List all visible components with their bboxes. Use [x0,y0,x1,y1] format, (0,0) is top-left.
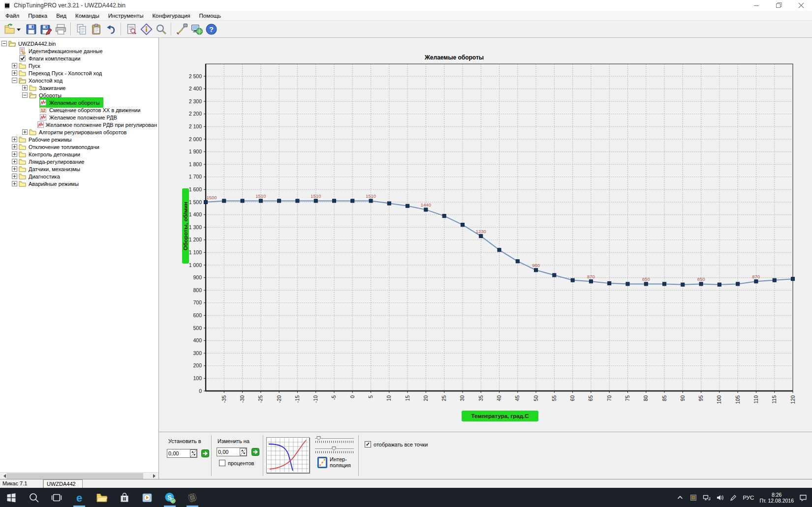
svg-text:30: 30 [459,395,465,401]
chiptuning-app-button[interactable] [181,488,204,507]
store-button[interactable] [113,488,136,507]
undo-button[interactable] [103,22,118,36]
file-tab[interactable]: UWZDA442 [43,479,83,488]
clock[interactable]: 8:26Пт. 12.08.2016 [759,492,794,504]
tree-item-13[interactable]: Рабочие режимы [0,136,158,143]
tree-item-0[interactable]: UWZDA442.bin [0,40,158,47]
language-indicator[interactable]: РУС [743,495,754,501]
search-button[interactable] [154,22,168,36]
explorer-button[interactable] [91,488,113,507]
tree-item-17[interactable]: Датчики, механизмы [0,165,158,173]
set-to-apply-button[interactable] [201,449,209,457]
curve-editor-button[interactable] [266,437,310,473]
toolbar-separator [171,23,172,35]
show-all-points-checkbox[interactable] [365,441,371,447]
change-by-spinner[interactable] [240,448,247,456]
tree-expander-plus-icon[interactable] [22,129,29,135]
network-button[interactable] [189,22,204,36]
action-center-icon[interactable] [799,494,807,502]
data-point-marker [222,199,226,203]
tree-expander-plus-icon[interactable] [12,137,19,142]
paste-button[interactable] [89,22,103,36]
tree-expander-plus-icon[interactable] [12,181,19,186]
help-button[interactable]: ? [204,22,219,36]
scrollbar-thumb[interactable] [6,473,143,479]
folder-open-icon [29,91,37,99]
tree-horizontal-scrollbar[interactable] [0,472,158,479]
copy-button[interactable] [74,22,89,36]
tray-chip-icon[interactable] [689,494,697,502]
open-file-button[interactable] [2,22,17,36]
tree-item-14[interactable]: Отключение топливоподачи [0,143,158,150]
preview-button[interactable] [124,22,139,36]
tree-expander-plus-icon[interactable] [12,70,19,76]
tree-item-10[interactable]: Желаемое положение РДВ [0,114,158,121]
explorer-icon [96,492,108,504]
tree-item-9[interactable]: 12Смещение оборотов ХХ в движении [0,106,158,114]
volume-icon[interactable] [716,494,724,502]
tree-expander-minus-icon[interactable] [1,41,8,46]
tree-expander-minus-icon[interactable] [22,92,29,98]
percent-checkbox[interactable] [219,460,225,466]
tree-item-11[interactable]: Желаемое положение РДВ при регулирован [0,121,158,128]
scroll-left-arrow[interactable] [0,473,7,479]
tree-item-1[interactable]: Идентификационные данные [0,47,158,55]
tree-item-18[interactable]: Диагностика [0,173,158,180]
tree-item-16[interactable]: Лямда-регулирование [0,158,158,165]
taskbar-search-button[interactable] [23,488,45,507]
tools-button[interactable] [174,22,189,36]
save-button[interactable] [24,22,38,36]
tree-item-3[interactable]: Пуск [0,62,158,69]
change-by-input[interactable] [217,448,240,456]
tree-item-2[interactable]: Флаги комплектации [0,55,158,62]
tree-expander-plus-icon[interactable] [12,151,19,157]
start-button[interactable] [0,488,23,507]
network-status-icon[interactable] [703,494,711,502]
pen-input-icon[interactable] [729,494,737,502]
tree-expander-plus-icon[interactable] [12,159,19,164]
tree-expander-plus-icon[interactable] [12,174,19,179]
tree-item-4[interactable]: Переход Пуск - Холостой ход [0,69,158,77]
tree-expander-plus-icon[interactable] [12,63,19,68]
save-as-button[interactable] [38,22,53,36]
change-by-apply-button[interactable] [251,448,259,456]
skype-button[interactable]: S [158,488,181,507]
chevron-up-icon[interactable] [676,494,684,502]
menu-configuration[interactable]: Конфигурация [148,12,194,20]
tools-icon [176,23,188,35]
open-file-dropdown-icon[interactable] [17,29,21,33]
tree-expander-plus-icon[interactable] [22,85,29,90]
tree-expander-plus-icon[interactable] [12,166,19,172]
scroll-right-arrow[interactable] [152,473,158,479]
interpolation-slider-1[interactable] [314,436,354,445]
menu-commands[interactable]: Команды [71,12,104,20]
media-player-button[interactable] [136,488,158,507]
restore-button[interactable] [768,0,790,11]
interpolation-slider-2[interactable] [314,447,354,455]
menu-help[interactable]: Помощь [195,12,225,20]
menu-view[interactable]: Вид [52,12,71,20]
info-button[interactable] [139,22,154,36]
interpolation-icon[interactable] [317,457,327,468]
menu-edit[interactable]: Правка [24,12,52,20]
print-button[interactable] [53,22,68,36]
task-view-button[interactable] [45,488,68,507]
set-to-input[interactable] [167,449,190,457]
tree-item-12[interactable]: Алгоритм регулирования оборотов [0,128,158,136]
tree-item-8[interactable]: Желаемые обороты [0,99,158,106]
tree-item-5[interactable]: Холостой ход [0,77,158,84]
toolbar-separator [70,23,71,35]
tree-item-15[interactable]: Контроль детонации [0,150,158,158]
tree-expander-plus-icon[interactable] [12,144,19,149]
tree-expander-minus-icon[interactable] [12,78,19,83]
minimize-button[interactable] [746,0,768,11]
menu-file[interactable]: Файл [1,12,24,20]
tree-item-6[interactable]: Зажигание [0,84,158,91]
chart-canvas[interactable]: 01002003004005006007008009001 0001 1001 … [159,38,812,432]
media-player-icon [141,492,153,504]
set-to-spinner[interactable] [190,449,197,457]
menu-tools[interactable]: Инструменты [104,12,148,20]
edge-button[interactable]: e [68,488,91,507]
tree-item-19[interactable]: Аварийные режимы [0,180,158,187]
close-button[interactable] [790,0,812,11]
